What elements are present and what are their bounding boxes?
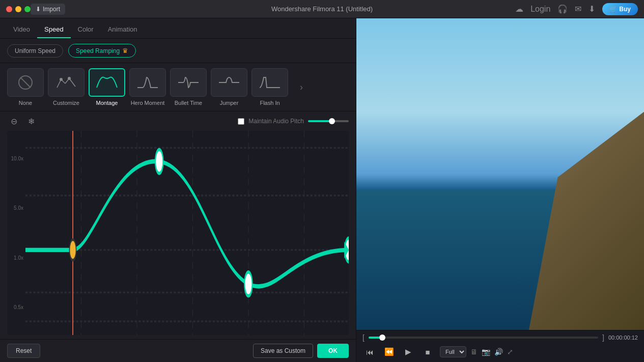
snowflake-button[interactable]: ❄: [24, 115, 38, 128]
preset-none-icon-box: [7, 68, 44, 97]
preset-jumper-icon-box: [211, 68, 247, 97]
action-right: Save as Custom OK: [253, 344, 349, 358]
preset-flash-in-icon-box: [251, 68, 288, 97]
svg-line-1: [20, 77, 31, 88]
fullscreen-icon[interactable]: ⤢: [507, 348, 513, 356]
pitch-slider[interactable]: [308, 120, 349, 122]
titlebar: ⬇ Import Wondershare Filmora 11 (Untitle…: [0, 0, 644, 18]
flash-in-svg: [258, 73, 282, 92]
playback-row: ⏮ ⏪ ▶ ■ Full 🖥 📷 🔊 ⤢: [362, 345, 638, 359]
svg-line-7: [69, 78, 75, 87]
preset-customize-label: Customize: [53, 100, 79, 106]
mark-in-button[interactable]: [: [362, 333, 365, 342]
progress-track[interactable]: [369, 337, 598, 339]
tab-speed[interactable]: Speed: [37, 21, 71, 38]
svg-line-4: [61, 79, 65, 83]
titlebar-right: ☁ Login 🎧 ✉ ⬇ 🛒 Buy: [515, 3, 638, 15]
preset-jumper-label: Jumper: [220, 100, 239, 106]
snapshot-icon[interactable]: 📷: [482, 348, 490, 356]
playback-right-icons: Full 🖥 📷 🔊 ⤢: [440, 346, 513, 357]
preset-bullet-time-label: Bullet Time: [175, 100, 202, 106]
speed-mode-bar: Uniform Speed Speed Ramping ♛: [0, 39, 356, 63]
minimize-button[interactable]: [15, 6, 21, 12]
preset-montage[interactable]: Montage: [89, 68, 125, 106]
import-button[interactable]: ⬇ Import: [31, 4, 65, 15]
volume-icon[interactable]: 🔊: [494, 348, 503, 356]
svg-point-21: [244, 272, 252, 296]
tab-color[interactable]: Color: [71, 21, 101, 38]
skip-back-button[interactable]: ⏮: [362, 345, 377, 359]
preset-bullet-time-icon-box: [170, 68, 207, 97]
preset-jumper[interactable]: Jumper: [211, 68, 247, 106]
preset-montage-label: Montage: [96, 100, 118, 106]
graph-y-labels: 10.0x 5.0x 1.0x 0.5x: [7, 131, 25, 335]
graph-controls: ⊖ ❄ Maintain Audio Pitch: [0, 112, 356, 131]
right-panel: [ ] 00:00:00:12 ⏮ ⏪ ▶ ■ Full 🖥 📷: [356, 18, 644, 362]
y-label-5x: 5.0x: [7, 205, 23, 211]
crown-icon: ♛: [122, 47, 128, 54]
import-icon: ⬇: [36, 6, 41, 13]
stop-button[interactable]: ■: [421, 345, 435, 359]
close-button[interactable]: [6, 6, 12, 12]
play-button[interactable]: ▶: [401, 345, 415, 359]
main-layout: Video Speed Color Animation Uniform Spee…: [0, 18, 644, 362]
preset-customize-icon-box: [48, 68, 85, 97]
save-custom-button[interactable]: Save as Custom: [253, 344, 313, 358]
preset-montage-icon-box: [89, 68, 125, 97]
reset-button[interactable]: Reset: [7, 344, 40, 358]
y-label-10x: 10.0x: [7, 156, 23, 161]
progress-row: [ ] 00:00:00:12: [362, 333, 638, 342]
y-label-1x: 1.0x: [7, 255, 23, 261]
video-controls: [ ] 00:00:00:12 ⏮ ⏪ ▶ ■ Full 🖥 📷: [356, 330, 644, 362]
minus-graph-button[interactable]: ⊖: [7, 115, 20, 128]
uniform-speed-button[interactable]: Uniform Speed: [7, 44, 63, 58]
audio-pitch-row: Maintain Audio Pitch: [238, 118, 349, 125]
montage-svg: [95, 73, 119, 92]
speed-ramping-button[interactable]: Speed Ramping ♛: [68, 44, 136, 58]
video-preview: [356, 18, 644, 330]
monitor-icon[interactable]: 🖥: [470, 348, 478, 356]
hero-moment-svg: [135, 73, 160, 92]
preset-none[interactable]: None: [7, 68, 44, 106]
buy-label: Buy: [619, 6, 631, 13]
mark-out-button[interactable]: ]: [602, 333, 604, 342]
preset-hero-moment-label: Hero Moment: [131, 100, 165, 106]
preset-flash-in[interactable]: Flash In: [251, 68, 288, 106]
bullet-time-svg: [176, 73, 201, 92]
cart-icon: 🛒: [609, 6, 617, 13]
app-title: Wondershare Filmora 11 (Untitled): [271, 5, 373, 13]
jumper-svg: [217, 73, 241, 92]
import-label: Import: [43, 6, 60, 13]
ok-button[interactable]: OK: [317, 344, 349, 358]
login-label[interactable]: Login: [530, 5, 550, 14]
maintain-audio-pitch-checkbox[interactable]: [238, 118, 244, 125]
preset-hero-moment-icon-box: [129, 68, 166, 97]
speed-ramping-label: Speed Ramping: [76, 47, 120, 54]
step-back-button[interactable]: ⏪: [382, 345, 396, 359]
time-display: 00:00:00:12: [608, 335, 638, 341]
preset-hero-moment[interactable]: Hero Moment: [129, 68, 166, 106]
traffic-lights: [6, 6, 31, 12]
customize-svg: [54, 73, 78, 92]
graph-canvas: [25, 131, 349, 335]
download-icon[interactable]: ⬇: [589, 4, 595, 14]
none-svg: [13, 73, 38, 92]
preset-customize[interactable]: Customize: [48, 68, 85, 106]
speed-graph-svg: [25, 131, 349, 335]
tab-animation[interactable]: Animation: [101, 21, 145, 38]
preset-bullet-time[interactable]: Bullet Time: [170, 68, 207, 106]
svg-point-19: [69, 240, 76, 260]
progress-thumb: [379, 335, 385, 341]
y-label-05x: 0.5x: [7, 304, 23, 310]
mail-icon[interactable]: ✉: [575, 4, 581, 14]
cloud-icon[interactable]: ☁: [515, 4, 523, 14]
more-presets-button[interactable]: ›: [292, 73, 311, 101]
buy-button[interactable]: 🛒 Buy: [602, 3, 638, 15]
quality-select[interactable]: Full: [440, 346, 466, 357]
tab-bar: Video Speed Color Animation: [0, 18, 356, 39]
action-buttons: Reset Save as Custom OK: [0, 339, 356, 362]
maximize-button[interactable]: [24, 6, 31, 12]
tab-video[interactable]: Video: [6, 21, 37, 38]
speed-graph-area: 10.0x 5.0x 1.0x 0.5x: [7, 131, 349, 335]
headphone-icon[interactable]: 🎧: [557, 4, 568, 14]
